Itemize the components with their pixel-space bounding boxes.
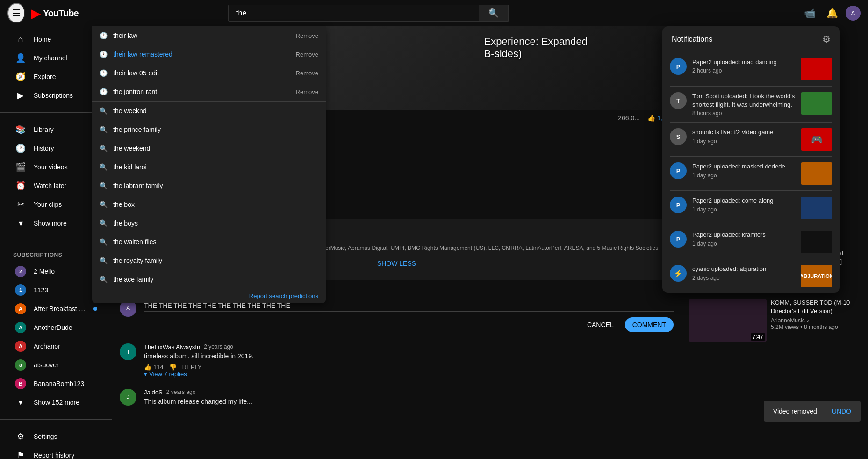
suggestion-text: the box: [113, 201, 135, 208]
notif-avatar: P: [670, 58, 687, 75]
list-item[interactable]: 7:47 KOMM, SUSSER TOD (M-10 Director's E…: [689, 299, 861, 342]
notif-title: Tom Scott uploaded: I took the world's s…: [692, 92, 795, 109]
history-icon: 🕐: [15, 143, 26, 153]
suggestion-text: the labrant family: [113, 182, 163, 189]
video-camera-button[interactable]: 📹: [801, 4, 819, 22]
sidebar-label-history: History: [34, 145, 54, 152]
sidebar-label-home: Home: [34, 36, 51, 43]
undo-button[interactable]: UNDO: [832, 408, 851, 415]
search-icon-plain: 🔍: [100, 257, 108, 264]
suggestion-text: the ace family: [113, 276, 153, 283]
notification-item-mad-dancing[interactable]: P Paper2 uploaded: mad dancing 2 hours a…: [662, 52, 840, 86]
submit-comment-button[interactable]: COMMENT: [625, 317, 674, 332]
suggestion-jontron-rant[interactable]: 🕐 the jontron rant Remove: [92, 82, 326, 101]
notification-button[interactable]: 🔔: [823, 4, 842, 22]
thumbs-up-icon: 👍: [144, 364, 151, 371]
menu-button[interactable]: ☰: [7, 3, 25, 23]
sidebar-item-atsuover[interactable]: a atsuover: [4, 356, 108, 374]
notif-thumbnail: [801, 162, 832, 185]
remove-button-2[interactable]: Remove: [296, 70, 318, 77]
suggestion-their-law-05[interactable]: 🕐 their law 05 edit Remove: [92, 64, 326, 82]
notif-content: Paper2 uploaded: kramfors 1 day ago: [692, 231, 795, 247]
suggestion-the-boys[interactable]: 🔍 the boys: [92, 214, 326, 233]
sidebar-bottom-section: ⚙ Settings ⚑ Report history ? Help ✉ Sen…: [0, 423, 112, 459]
suggestion-ace-family[interactable]: 🔍 the ace family: [92, 270, 326, 289]
like-comment-button[interactable]: 👍 114: [144, 364, 164, 371]
notif-time: 1 day ago: [692, 206, 795, 213]
sub-label-atsuover: atsuover: [34, 361, 59, 369]
notifications-settings-button[interactable]: ⚙: [822, 34, 831, 45]
notification-item-tom-scott[interactable]: T Tom Scott uploaded: I took the world's…: [662, 87, 840, 122]
suggestion-labrant-family[interactable]: 🔍 the labrant family: [92, 176, 326, 195]
table-row: T TheFixWas AlwaysIn 2 years ago timeles…: [120, 343, 674, 378]
commenter-name: TheFixWas AlwaysIn: [144, 343, 200, 350]
notification-item-abjuration[interactable]: ⚡ cyanic uploaded: abjuration 2 days ago…: [662, 259, 840, 293]
suggestion-their-law-remastered[interactable]: 🕐 their law remastered Remove: [92, 45, 326, 64]
chevron-down-icon: ▾: [144, 371, 147, 378]
rec-meta: 5.2M views • 8 months ago: [771, 324, 861, 330]
reply-button[interactable]: REPLY: [182, 364, 202, 371]
sidebar-label-report-history: Report history: [34, 452, 74, 459]
suggestion-text: the royalty family: [113, 257, 162, 264]
notif-thumbnail: 🎮: [801, 128, 832, 151]
report-search-predictions[interactable]: Report search predictions: [92, 289, 326, 303]
notif-avatar: P: [670, 162, 687, 179]
comment-body: JaideS 2 years ago This album release ch…: [144, 389, 674, 409]
account-avatar[interactable]: A: [846, 6, 861, 21]
comment-time: 2 years ago: [204, 343, 233, 350]
sub-avatar-after-breakfast: A: [15, 303, 26, 314]
notif-content: Tom Scott uploaded: I took the world's s…: [692, 92, 795, 117]
sidebar-item-report-history[interactable]: ⚑ Report history: [4, 446, 108, 459]
sub-avatar-2mello: 2: [15, 266, 26, 277]
suggestion-the-weekend[interactable]: 🔍 the weekend: [92, 139, 326, 158]
notification-item-masked-dedede[interactable]: P Paper2 uploaded: masked dedede 1 day a…: [662, 157, 840, 190]
notif-time: 1 day ago: [692, 138, 795, 145]
notif-title: Paper2 uploaded: come along: [692, 197, 795, 205]
your-clips-icon: ✂: [15, 199, 26, 210]
cancel-comment-button[interactable]: CANCEL: [580, 317, 621, 332]
suggestion-royalty-family[interactable]: 🔍 the royalty family: [92, 251, 326, 270]
notification-item-come-along[interactable]: P Paper2 uploaded: come along 1 day ago: [662, 191, 840, 225]
search-button[interactable]: 🔍: [479, 5, 508, 21]
sidebar-item-anotherdude[interactable]: A AnotherDude: [4, 318, 108, 337]
notif-thumbnail: [801, 231, 832, 253]
suggestion-left: 🔍 the royalty family: [100, 257, 162, 264]
commenter-name: JaideS: [144, 389, 163, 396]
suggestion-kid-laroi[interactable]: 🔍 the kid laroi: [92, 158, 326, 176]
suggestion-text: the weeknd: [113, 107, 147, 115]
search-icon-plain: 🔍: [100, 163, 108, 171]
comment-body: TheFixWas AlwaysIn 2 years ago timeless …: [144, 343, 674, 378]
notification-item-shounic[interactable]: S shounic is live: tf2 video game 1 day …: [662, 123, 840, 156]
search-history-icon: 🕐: [100, 69, 108, 77]
comment-input-row: A CANCEL COMMENT: [120, 300, 674, 332]
sidebar-item-show-152-more[interactable]: ▾ Show 152 more: [4, 393, 108, 412]
suggestion-the-box[interactable]: 🔍 the box: [92, 195, 326, 214]
view-replies-button[interactable]: ▾ View 7 replies: [144, 371, 187, 378]
suggestion-walten-files[interactable]: 🔍 the walten files: [92, 233, 326, 251]
suggestion-prince-family[interactable]: 🔍 the prince family: [92, 120, 326, 139]
sidebar-item-settings[interactable]: ⚙ Settings: [4, 427, 108, 446]
comment-text: This album release changed my life...: [144, 398, 674, 405]
notif-time: 1 day ago: [692, 172, 795, 179]
sidebar-item-bananabomb[interactable]: B BananaBomb123: [4, 374, 108, 393]
remove-button-1[interactable]: Remove: [296, 51, 318, 58]
sidebar-item-archanor[interactable]: A Archanor: [4, 337, 108, 356]
youtube-logo[interactable]: ▶ YouTube: [31, 6, 79, 21]
notification-item-kramfors[interactable]: P Paper2 uploaded: kramfors 1 day ago: [662, 225, 840, 259]
suggestion-left: 🔍 the ace family: [100, 276, 153, 283]
dislike-comment-button[interactable]: 👎: [169, 364, 177, 371]
youtube-text: YouTube: [43, 8, 79, 19]
suggestion-the-weeknd[interactable]: 🔍 the weeknd: [92, 102, 326, 120]
suggestion-left: 🔍 the kid laroi: [100, 163, 147, 171]
remove-button-3[interactable]: Remove: [296, 88, 318, 95]
search-input[interactable]: [229, 5, 479, 21]
suggestion-their-law[interactable]: 🕐 their law Remove: [92, 26, 326, 45]
remove-button-0[interactable]: Remove: [296, 32, 318, 39]
notif-time: 8 hours ago: [692, 110, 795, 117]
commenter-avatar: J: [120, 389, 136, 406]
search-icon-plain: 🔍: [100, 276, 108, 283]
search-icon-plain: 🔍: [100, 201, 108, 208]
sidebar-label-settings: Settings: [34, 433, 57, 440]
library-icon: 📚: [15, 124, 26, 135]
header-right: 📹 🔔 A: [801, 4, 861, 22]
